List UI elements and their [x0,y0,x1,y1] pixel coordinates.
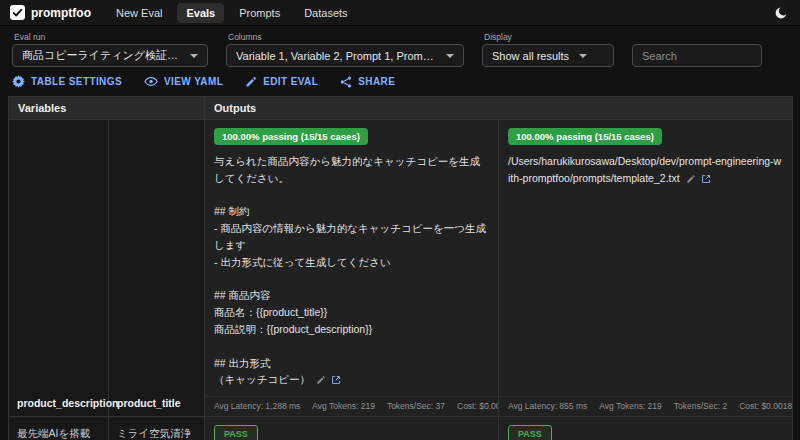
var-column-header-product-description[interactable]: product_description [9,120,109,417]
chevron-down-icon [190,54,198,58]
open-in-new-icon[interactable] [701,174,711,184]
table-settings-button[interactable]: TABLE SETTINGS [12,75,122,88]
copy-prompt-icon[interactable] [316,375,326,385]
display-value: Show all results [492,50,569,62]
chevron-down-icon [446,54,454,58]
variables-group-header: Variables [9,97,205,120]
pass-badge[interactable]: PASS [508,425,552,440]
nav-item-datasets[interactable]: Datasets [295,3,356,23]
columns-select[interactable]: Variable 1, Variable 2, Prompt 1, Prompt… [226,44,464,67]
prompt-file-path: /Users/harukikurosawa/Desktop/dev/prompt… [508,155,781,184]
dark-mode-toggle[interactable] [772,4,790,22]
edit-eval-button[interactable]: EDIT EVAL [245,76,318,88]
open-in-new-icon[interactable] [331,375,341,385]
variable-product-description: 最先端AIを搭載し、あなたの生活スタイルに合わせて自動で空気を綺麗にする画期的な… [9,417,109,440]
nav-item-new-eval[interactable]: New Eval [107,3,171,23]
columns-control: Columns Variable 1, Variable 2, Prompt 1… [226,32,464,67]
copy-prompt-icon[interactable] [686,174,696,184]
prompt-stats: Avg Latency: 1,288 msAvg Tokens: 219Toke… [205,396,498,416]
edit-eval-label: EDIT EVAL [263,76,318,87]
eval-run-control: Eval run 商品コピーライティング検証 (February ... [12,32,208,67]
results-table: Variables Outputs product_description pr… [8,96,793,440]
display-select[interactable]: Show all results [482,44,614,67]
share-icon [340,76,352,88]
promptfoo-logo-icon [10,5,25,20]
eval-run-select[interactable]: 商品コピーライティング検証 (February ... [12,44,208,67]
prompt-text: 与えられた商品内容から魅力的なキャッチコピーを生成してください。 ## 制約 -… [214,155,486,385]
pass-rate-badge[interactable]: 100.00% passing (15/15 cases) [508,128,662,145]
view-yaml-button[interactable]: VIEW YAML [144,76,223,87]
eval-run-value: 商品コピーライティング検証 (February ... [22,48,180,63]
share-label: SHARE [358,76,395,87]
results-table-wrap: Variables Outputs product_description pr… [0,96,800,440]
table-settings-label: TABLE SETTINGS [31,76,122,87]
output-cell[interactable]: PASS 「未来の空気を手に入れよう！最先端AI搭載の画期的な空気清浄機」 To… [205,417,499,440]
share-button[interactable]: SHARE [340,76,395,88]
view-yaml-label: VIEW YAML [164,76,223,87]
display-label: Display [482,32,614,42]
eye-icon [144,76,158,87]
outputs-group-header: Outputs [205,97,793,120]
brand[interactable]: promptfoo [10,5,91,20]
controls-row: Eval run 商品コピーライティング検証 (February ... Col… [0,26,800,72]
prompt-header-row: product_description product_title 100.00… [9,120,793,417]
pencil-icon [245,76,257,88]
gear-icon [12,75,25,88]
nav-item-evals[interactable]: Evals [177,3,224,23]
chevron-down-icon [579,54,587,58]
prompt-cell-2: 100.00% passing (15/15 cases) /Users/har… [499,120,793,417]
prompt-cell-1: 100.00% passing (15/15 cases) 与えられた商品内容か… [205,120,499,417]
nav-item-prompts[interactable]: Prompts [230,3,289,23]
variable-product-title: ミライ空気清浄機 [109,417,205,440]
prompt-stats: Avg Latency: 855 msAvg Tokens: 219Tokens… [499,396,792,416]
pass-badge[interactable]: PASS [214,425,258,440]
top-navbar: promptfoo New Eval Evals Prompts Dataset… [0,0,800,26]
search-input[interactable] [632,44,762,67]
display-control: Display Show all results [482,32,614,67]
pass-rate-badge[interactable]: 100.00% passing (15/15 cases) [214,128,368,145]
columns-value: Variable 1, Variable 2, Prompt 1, Prompt… [236,50,436,62]
brand-name: promptfoo [31,6,91,20]
actions-row: TABLE SETTINGS VIEW YAML EDIT EVAL SHARE [0,72,800,96]
var-column-header-product-title[interactable]: product_title [109,120,205,417]
moon-icon [774,6,788,20]
output-cell[interactable]: PASS 未来の空気 Tokens: 215Latency: 945 msTok… [499,417,793,440]
columns-label: Columns [226,32,464,42]
table-row: 最先端AIを搭載し、あなたの生活スタイルに合わせて自動で空気を綺麗にする画期的な… [9,417,793,440]
group-header-row: Variables Outputs [9,97,793,120]
eval-run-label: Eval run [12,32,208,42]
